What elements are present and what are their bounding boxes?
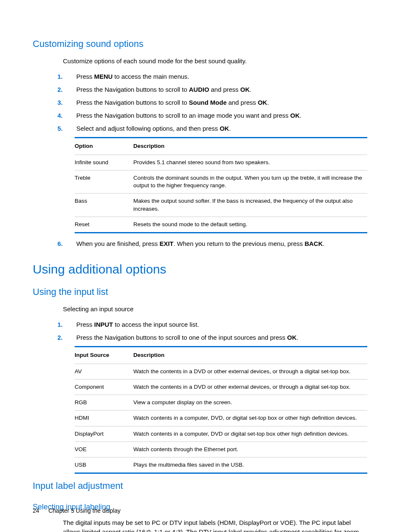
table-row: TrebleControls the dominant sounds in th… — [75, 170, 367, 193]
chapter-label: Chapter 5 Using the display — [48, 507, 120, 514]
list-item: 2.Press the Navigation buttons to scroll… — [57, 333, 367, 342]
cell-input-source: HDMI — [75, 411, 133, 426]
table-sound-options: Option Description Infinite soundProvide… — [75, 137, 367, 233]
step-number: 6. — [57, 239, 76, 248]
table-row: Infinite soundProvides 5.1 channel stere… — [75, 155, 367, 170]
step-text: Press the Navigation buttons to scroll t… — [76, 111, 367, 120]
cell-description: Watch the contents in a DVD or other ext… — [133, 364, 367, 379]
list-item: 4.Press the Navigation buttons to scroll… — [57, 111, 367, 120]
step-text: Press MENU to access the main menus. — [76, 72, 367, 81]
cell-description: Controls the dominant sounds in the outp… — [133, 170, 367, 193]
cell-option: Bass — [75, 194, 133, 217]
table-row: USBPlays the multimedia files saved in t… — [75, 457, 367, 473]
step-text: Select and adjust following options, and… — [76, 124, 367, 133]
list-item: 1.Press MENU to access the main menus. — [57, 72, 367, 81]
paragraph-input-labeling: The digital inputs may be set to PC or D… — [63, 518, 367, 532]
cell-input-source: DisplayPort — [75, 426, 133, 442]
step-number: 4. — [57, 111, 76, 120]
step-text: Press the Navigation buttons to scroll t… — [76, 85, 367, 94]
table-row: ResetResets the sound mode to the defaul… — [75, 217, 367, 232]
step-text: Press INPUT to access the input source l… — [76, 320, 367, 329]
cell-description: Makes the output sound softer. If the ba… — [133, 194, 367, 217]
cell-description: Watch contents in a computer, DVD, or di… — [133, 411, 367, 426]
step-text: Press the Navigation buttons to scroll t… — [76, 333, 367, 342]
table-row: VOEWatch contents through the Ethernet p… — [75, 442, 367, 457]
heading-customizing-sound: Customizing sound options — [33, 38, 367, 51]
cell-input-source: VOE — [75, 442, 133, 457]
cell-option: Infinite sound — [75, 155, 133, 170]
cell-description: Watch contents in a computer, DVD or dig… — [133, 426, 367, 442]
cell-description: Watch contents through the Ethernet port… — [133, 442, 367, 457]
step-number: 3. — [57, 98, 76, 107]
cell-description: View a computer display on the screen. — [133, 395, 367, 411]
step-number: 1. — [57, 72, 76, 81]
step-number: 2. — [57, 85, 76, 94]
cell-input-source: Component — [75, 379, 133, 395]
step-number: 1. — [57, 320, 76, 329]
list-item: 5.Select and adjust following options, a… — [57, 124, 367, 133]
heading-input-label-adjustment: Input label adjustment — [33, 480, 367, 493]
heading-additional-options: Using additional options — [33, 261, 367, 278]
table-row: RGBView a computer display on the screen… — [75, 395, 367, 411]
th-description-2: Description — [133, 346, 367, 364]
page-footer: 24 Chapter 5 Using the display — [33, 507, 120, 515]
list-item: 2.Press the Navigation buttons to scroll… — [57, 85, 367, 94]
th-input-source: Input Source — [75, 346, 133, 364]
step-number: 2. — [57, 333, 76, 342]
intro-input-list: Selecting an input source — [63, 305, 367, 313]
cell-input-source: RGB — [75, 395, 133, 411]
cell-option: Reset — [75, 217, 133, 232]
table-row: HDMIWatch contents in a computer, DVD, o… — [75, 411, 367, 426]
cell-description: Provides 5.1 channel stereo sound from t… — [133, 155, 367, 170]
table-row: DisplayPortWatch contents in a computer,… — [75, 426, 367, 442]
step6-customizing: 6.When you are finished, press EXIT. Whe… — [57, 239, 367, 248]
intro-customizing: Customize options of each sound mode for… — [63, 57, 367, 65]
cell-option: Treble — [75, 170, 133, 193]
cell-description: Watch the contents in a DVD or other ext… — [133, 379, 367, 395]
table-row: ComponentWatch the contents in a DVD or … — [75, 379, 367, 395]
list-item: 6.When you are finished, press EXIT. Whe… — [57, 239, 367, 248]
table-input-sources: Input Source Description AVWatch the con… — [75, 346, 367, 474]
th-option: Option — [75, 137, 133, 155]
step-number: 5. — [57, 124, 76, 133]
step-text: Press the Navigation buttons to scroll t… — [76, 98, 367, 107]
page-number: 24 — [33, 507, 39, 514]
cell-input-source: AV — [75, 364, 133, 379]
list-item: 1.Press INPUT to access the input source… — [57, 320, 367, 329]
steps-input-list: 1.Press INPUT to access the input source… — [57, 320, 367, 342]
step-text: When you are finished, press EXIT. When … — [76, 239, 367, 248]
th-description: Description — [133, 137, 367, 155]
table-row: AVWatch the contents in a DVD or other e… — [75, 364, 367, 379]
list-item: 3.Press the Navigation buttons to scroll… — [57, 98, 367, 107]
table-row: BassMakes the output sound softer. If th… — [75, 194, 367, 217]
cell-description: Plays the multimedia files saved in the … — [133, 457, 367, 473]
heading-input-list: Using the input list — [33, 286, 367, 299]
steps-customizing: 1.Press MENU to access the main menus.2.… — [57, 72, 367, 133]
cell-description: Resets the sound mode to the default set… — [133, 217, 367, 232]
cell-input-source: USB — [75, 457, 133, 473]
